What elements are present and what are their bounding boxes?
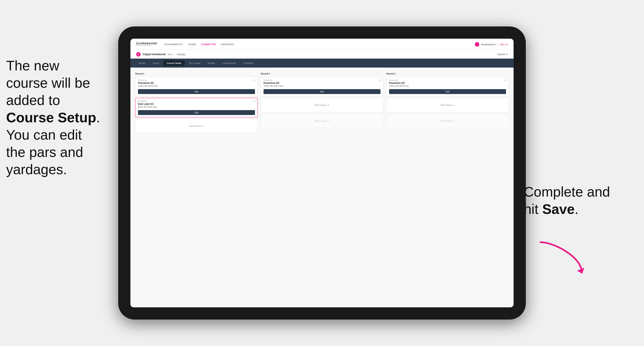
top-nav: SCOREBOARD Powered by clippd TOURNAMENTS…	[130, 39, 514, 50]
round1-course-a-delete-icon[interactable]: ⊟	[253, 79, 255, 82]
nav-link-teams[interactable]: TEAMS	[188, 43, 196, 46]
tab-nav: Details Teams Course Setup Tee Groups Re…	[130, 59, 514, 68]
cancel-button[interactable]: Cancel ✕	[498, 53, 508, 56]
round2-course-a-name: Peachtree GC	[264, 82, 380, 84]
round3-course-a-delete-icon[interactable]: ⊟	[504, 79, 506, 82]
nav-right: blair@clippd.io | Sign out	[475, 42, 508, 47]
nav-link-committee[interactable]: COMMITTEE	[201, 43, 216, 46]
round1-course-b-details: Black (M) (6891 yds)	[138, 106, 255, 108]
round-3-column: Round 3 ⊟ (Course A) Peachtree GC Yellow…	[386, 72, 509, 303]
nav-link-rankings[interactable]: RANKINGS	[221, 43, 234, 46]
round2-add-course-button[interactable]: Add Course +	[261, 98, 383, 112]
svg-marker-1	[577, 268, 584, 274]
annotation-line3: added to	[6, 92, 60, 108]
annotation-right-line2-bold: Save	[542, 201, 575, 217]
round2-course-a-edit-button[interactable]: Edit	[264, 89, 380, 94]
avatar	[475, 42, 479, 47]
tab-printables[interactable]: Printables	[240, 60, 257, 66]
nav-links: TOURNAMENTS TEAMS COMMITTEE RANKINGS	[164, 43, 234, 46]
scoreboard-logo: SCOREBOARD Powered by clippd	[136, 42, 157, 46]
round1-course-a-name: Peachtree GC	[138, 82, 255, 84]
main-content: Round 1 ⊟ (Course A) Peachtree GC Yellow…	[130, 68, 514, 307]
annotation-right-end: .	[575, 201, 578, 217]
round2-add-course-plus-icon-2: +	[328, 119, 329, 123]
rounds-grid: Round 1 ⊟ (Course A) Peachtree GC Yellow…	[135, 72, 509, 303]
round1-add-course-button[interactable]: Add Course +	[135, 119, 258, 133]
powered-by-text: Powered by clippd	[136, 45, 157, 46]
round2-add-course-label-2: Add Course	[315, 120, 327, 122]
tab-results[interactable]: Results	[204, 60, 218, 66]
round1-course-a-label: (Course A)	[138, 79, 255, 81]
tournament-name: Clippd Invitational	[143, 53, 166, 56]
round3-course-a-label: (Course A)	[389, 79, 506, 81]
annotation-line2: course will be	[6, 75, 90, 91]
round-2-title: Round 2	[261, 72, 383, 75]
round2-add-course-plus-icon: +	[328, 103, 329, 107]
round3-add-course-label: Add Course	[440, 104, 452, 106]
annotation-right-line2-plain: hit	[524, 201, 542, 217]
round1-course-b-edit-button[interactable]: Edit	[138, 110, 255, 115]
round3-add-course-label-2: Add Course	[440, 120, 452, 122]
annotation-line6: the pars and	[6, 144, 83, 160]
cancel-label: Cancel	[498, 53, 505, 56]
nav-separator: |	[498, 43, 498, 46]
tournament-status: Hosting	[176, 53, 186, 56]
sign-out-link[interactable]: Sign out	[500, 43, 508, 46]
annotation-right: Complete and hit Save.	[524, 183, 638, 218]
round1-add-course-plus-icon: +	[202, 124, 204, 128]
round1-add-course-label: Add Course	[189, 125, 201, 127]
round-1-column: Round 1 ⊟ (Course A) Peachtree GC Yellow…	[135, 72, 258, 303]
round2-course-a-card: ⊟ (Course A) Peachtree GC Yellow (M) (66…	[261, 77, 383, 96]
tournament-gender: (Men)	[168, 53, 174, 56]
tablet-frame: SCOREBOARD Powered by clippd TOURNAMENTS…	[118, 26, 526, 320]
tab-tee-groups[interactable]: Tee Groups	[186, 60, 204, 66]
round3-course-a-card: ⊟ (Course A) Peachtree GC Yellow (M) (66…	[386, 77, 509, 96]
tab-leaderboards[interactable]: Leaderboards	[219, 60, 240, 66]
annotation-right-line1: Complete and	[524, 184, 610, 199]
tab-details[interactable]: Details	[135, 60, 149, 66]
round1-course-b-name: East Lake GC	[138, 103, 255, 105]
round1-course-b-card: ⊟ (Course B) East Lake GC Black (M) (689…	[135, 98, 258, 117]
arrow-right-icon	[536, 238, 594, 275]
round2-add-course-button-2: Add Course +	[261, 114, 383, 128]
nav-link-tournaments[interactable]: TOURNAMENTS	[164, 43, 183, 46]
round2-course-a-details: Yellow (M) (6629 yds)	[264, 85, 380, 87]
annotation-line1: The new	[6, 58, 59, 73]
annotation-line4-bold: Course Setup	[6, 110, 96, 125]
tournament-bar: C Clippd Invitational (Men) Hosting Canc…	[130, 50, 514, 59]
round2-course-a-label: (Course A)	[264, 79, 380, 81]
round3-course-a-edit-button[interactable]: Edit	[389, 89, 506, 94]
round2-course-a-delete-icon[interactable]: ⊟	[379, 79, 381, 82]
round3-course-a-name: Peachtree GC	[389, 82, 506, 84]
round-2-column: Round 2 ⊟ (Course A) Peachtree GC Yellow…	[261, 72, 383, 303]
clippd-logo: C	[136, 52, 140, 57]
round1-course-a-details: Yellow (M) (6629 yds)	[138, 85, 255, 87]
annotation-line4-end: .	[96, 110, 100, 125]
round-1-title: Round 1	[135, 72, 258, 75]
round2-add-course-label: Add Course	[315, 104, 327, 106]
tablet-screen: SCOREBOARD Powered by clippd TOURNAMENTS…	[130, 39, 514, 307]
cancel-x-icon: ✕	[506, 53, 508, 56]
annotation-line7: yardages.	[6, 162, 67, 177]
annotation-line5: You can edit	[6, 127, 82, 143]
round-3-title: Round 3	[386, 72, 509, 75]
nav-left: SCOREBOARD Powered by clippd TOURNAMENTS…	[136, 42, 234, 46]
round3-course-a-details: Yellow (M) (6629 yds)	[389, 85, 506, 87]
round1-course-a-card: ⊟ (Course A) Peachtree GC Yellow (M) (66…	[135, 77, 258, 96]
tab-teams[interactable]: Teams	[150, 60, 163, 66]
user-email: blair@clippd.io	[481, 43, 496, 46]
round1-course-a-edit-button[interactable]: Edit	[138, 89, 255, 94]
round3-add-course-button-2: Add Course +	[386, 114, 509, 128]
round1-course-b-label: (Course B)	[138, 100, 255, 102]
round3-add-course-plus-icon: +	[453, 103, 455, 107]
tournament-title: C Clippd Invitational (Men) Hosting	[136, 52, 186, 57]
round1-course-b-delete-icon[interactable]: ⊟	[253, 100, 255, 103]
round3-add-course-button[interactable]: Add Course +	[386, 98, 509, 112]
round3-add-course-plus-icon-2: +	[453, 119, 455, 123]
tab-course-setup[interactable]: Course Setup	[164, 60, 185, 66]
